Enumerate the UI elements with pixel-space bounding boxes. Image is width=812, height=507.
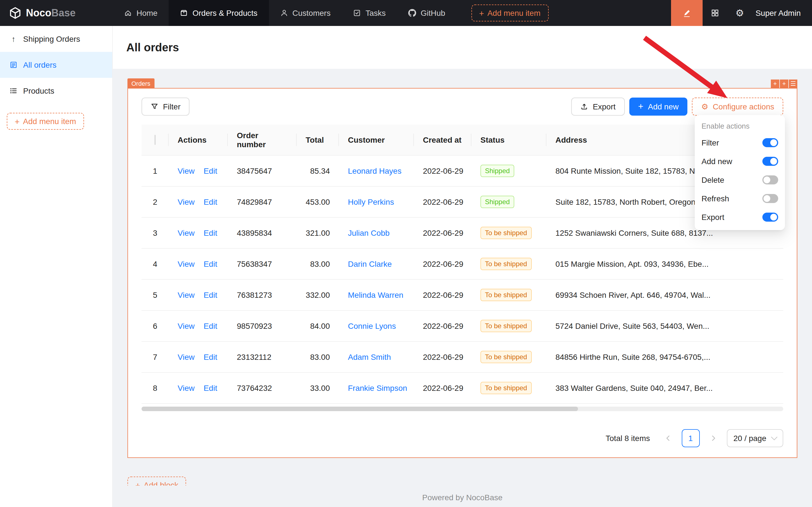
add-new-toggle-switch[interactable] — [762, 157, 778, 166]
nav-item-customers[interactable]: Customers — [269, 0, 342, 26]
view-link[interactable]: View — [178, 352, 194, 361]
customer-link[interactable]: Holly Perkins — [348, 198, 394, 207]
table-row: 6 ViewEdit 98570923 84.00 Connie Lyons 2… — [141, 311, 783, 341]
nav-item-tasks[interactable]: Tasks — [342, 0, 397, 26]
navbar-add-menu-item-button[interactable]: + Add menu item — [471, 4, 548, 21]
order-number-cell: 43895834 — [228, 217, 297, 248]
refresh-toggle-switch[interactable] — [762, 194, 778, 203]
order-number-cell: 38475647 — [228, 155, 297, 186]
ui-editor-toggle-button[interactable] — [671, 0, 703, 26]
menu-item-export[interactable]: Export — [695, 208, 785, 226]
edit-link[interactable]: Edit — [204, 228, 217, 237]
customer-link[interactable]: Leonard Hayes — [348, 166, 402, 175]
nav-item-orders-products[interactable]: Orders & Products — [169, 0, 269, 26]
order-number-cell: 74829847 — [228, 186, 297, 217]
nav-item-github[interactable]: GitHub — [397, 0, 457, 26]
customer-link[interactable]: Melinda Warren — [348, 290, 403, 299]
status-badge: To be shipped — [480, 320, 531, 332]
add-new-button[interactable]: + Add new — [629, 98, 688, 116]
created-at-cell: 2022-06-29 — [414, 279, 471, 311]
edit-link[interactable]: Edit — [204, 198, 217, 207]
menu-item-add-new[interactable]: Add new — [695, 152, 785, 170]
edit-link[interactable]: Edit — [204, 384, 217, 393]
customer-link[interactable]: Darin Clarke — [348, 260, 392, 269]
sidebar-item-products[interactable]: Products — [0, 78, 112, 104]
view-link[interactable]: View — [178, 228, 194, 237]
view-link[interactable]: View — [178, 322, 194, 331]
view-link[interactable]: View — [178, 166, 194, 175]
table-toolbar: Filter Export + Add new ⚙ Configure acti… — [141, 98, 783, 116]
edit-link[interactable]: Edit — [204, 352, 217, 361]
address-cell: 015 Margie Mission, Apt. 093, 34936, Ebe… — [546, 248, 783, 279]
status-badge: To be shipped — [480, 351, 531, 363]
block-menu-icon[interactable]: ☰ — [789, 79, 797, 88]
address-cell: 84856 Hirthe Run, Suite 268, 94754-6705,… — [546, 341, 783, 373]
chevron-down-icon — [771, 434, 777, 441]
table-row: 4 ViewEdit 75638347 83.00 Darin Clarke 2… — [141, 248, 783, 279]
brand-name: NocoBase — [26, 7, 75, 19]
initializer-plus-icon[interactable]: + — [780, 79, 788, 88]
block-designer-toolbar: + + ☰ — [771, 79, 797, 88]
horizontal-scrollbar-thumb[interactable] — [141, 407, 578, 411]
prev-page-button[interactable] — [659, 429, 677, 447]
menu-item-filter[interactable]: Filter — [695, 133, 785, 152]
horizontal-scrollbar — [141, 407, 783, 411]
customer-link[interactable]: Julian Cobb — [348, 228, 390, 237]
page-size-select[interactable]: 20 / page — [727, 429, 783, 447]
edit-link[interactable]: Edit — [204, 260, 217, 269]
edit-link[interactable]: Edit — [204, 166, 217, 175]
table-header-row: Actions Order number Total Customer Crea… — [141, 125, 783, 155]
customer-link[interactable]: Frankie Simpson — [348, 384, 407, 393]
row-index: 1 — [141, 155, 169, 186]
column-header-actions: Actions — [169, 125, 228, 155]
plus-icon: + — [638, 102, 643, 111]
person-icon — [280, 9, 288, 17]
brand-logo[interactable]: NocoBase — [0, 0, 113, 26]
plugins-grid-button[interactable] — [703, 0, 728, 26]
sidebar-item-shipping-orders[interactable]: ↑ Shipping Orders — [0, 26, 112, 52]
sidebar-add-menu-item-button[interactable]: + Add menu item — [7, 113, 84, 130]
export-button[interactable]: Export — [571, 98, 625, 116]
user-menu[interactable]: Super Admin — [752, 8, 812, 17]
view-link[interactable]: View — [178, 290, 194, 299]
created-at-cell: 2022-06-29 — [414, 155, 471, 186]
status-badge: Shipped — [480, 196, 514, 208]
address-cell: 383 Walter Gardens, Suite 040, 24947, Be… — [546, 373, 783, 403]
menu-item-refresh[interactable]: Refresh — [695, 189, 785, 208]
add-block-button[interactable]: + Add block — [127, 476, 186, 486]
filter-button[interactable]: Filter — [141, 98, 189, 116]
customer-link[interactable]: Adam Smith — [348, 352, 391, 361]
menu-item-delete[interactable]: Delete — [695, 170, 785, 189]
plus-icon: + — [15, 117, 20, 125]
view-link[interactable]: View — [178, 198, 194, 207]
row-index: 4 — [141, 248, 169, 279]
powered-by-footer: Powered by NocoBase — [113, 493, 812, 502]
delete-toggle-switch[interactable] — [762, 175, 778, 184]
gear-icon: ⚙ — [735, 8, 744, 18]
select-all-checkbox[interactable] — [155, 135, 156, 145]
edit-link[interactable]: Edit — [204, 322, 217, 331]
view-link[interactable]: View — [178, 260, 194, 269]
settings-button[interactable]: ⚙ — [728, 0, 752, 26]
drag-handle-icon[interactable]: + — [771, 79, 779, 88]
sidebar-item-all-orders[interactable]: All orders — [0, 52, 112, 78]
filter-toggle-switch[interactable] — [762, 138, 778, 147]
total-cell: 83.00 — [297, 248, 339, 279]
row-index: 6 — [141, 311, 169, 341]
edit-link[interactable]: Edit — [204, 290, 217, 299]
list-icon — [10, 87, 17, 95]
export-toggle-switch[interactable] — [762, 212, 778, 221]
customer-link[interactable]: Connie Lyons — [348, 322, 396, 331]
next-page-button[interactable] — [704, 429, 722, 447]
pagination: Total 8 items 1 20 / page — [141, 420, 783, 457]
row-index: 2 — [141, 186, 169, 217]
nav-item-home[interactable]: Home — [113, 0, 169, 26]
navbar-right: ⚙ Super Admin — [671, 0, 812, 26]
orders-table: Actions Order number Total Customer Crea… — [141, 125, 783, 404]
view-link[interactable]: View — [178, 384, 194, 393]
configure-actions-menu: Enable actions Filter Add new Delete Ref… — [695, 115, 785, 230]
page-number-button[interactable]: 1 — [682, 429, 699, 447]
page-title: All orders — [126, 41, 179, 54]
plus-icon: + — [135, 481, 140, 486]
configure-actions-button[interactable]: ⚙ Configure actions — [692, 98, 783, 116]
